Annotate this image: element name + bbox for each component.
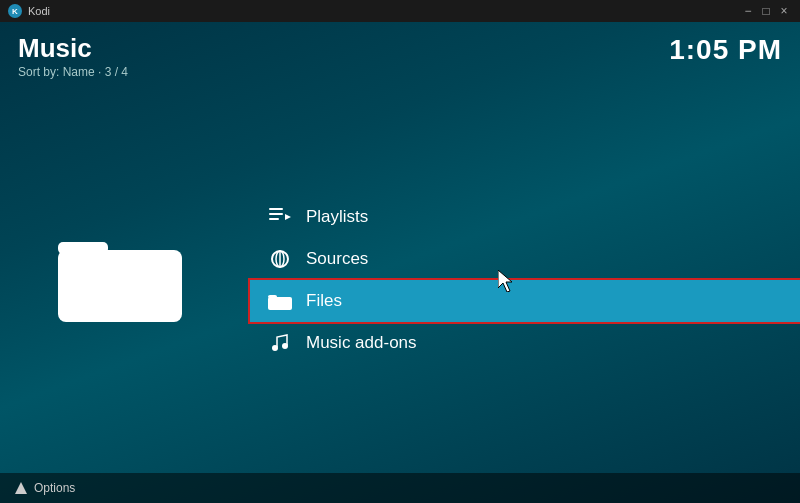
header-left: Music Sort by: Name · 3 / 4 [18, 34, 128, 79]
minimize-button[interactable]: − [740, 3, 756, 19]
svg-rect-10 [268, 297, 292, 310]
titlebar-controls: − □ × [740, 3, 792, 19]
titlebar-left: K Kodi [8, 4, 50, 18]
svg-rect-2 [269, 208, 283, 210]
page-title: Music [18, 34, 128, 63]
menu-item-music-addons[interactable]: Music add-ons [250, 322, 800, 364]
svg-marker-5 [285, 214, 291, 220]
close-button[interactable]: × [776, 3, 792, 19]
kodi-icon: K [8, 4, 22, 18]
left-panel [0, 87, 240, 503]
menu-label-music-addons: Music add-ons [306, 333, 417, 353]
maximize-button[interactable]: □ [758, 3, 774, 19]
page-subtitle: Sort by: Name · 3 / 4 [18, 65, 128, 79]
options-icon [14, 481, 28, 495]
right-panel: Playlists Sources [240, 87, 800, 503]
folder-icon [50, 220, 190, 330]
sources-icon [266, 247, 294, 271]
files-folder-icon [266, 289, 294, 313]
titlebar-app-name: Kodi [28, 5, 50, 17]
main-content: Music Sort by: Name · 3 / 4 1:05 PM [0, 22, 800, 503]
content-area: Playlists Sources [0, 87, 800, 503]
menu-item-files[interactable]: Files [250, 280, 800, 322]
options-button[interactable]: Options [14, 481, 75, 495]
menu-label-sources: Sources [306, 249, 368, 269]
playlist-icon [266, 205, 294, 229]
svg-point-12 [282, 343, 288, 349]
svg-rect-4 [269, 218, 279, 220]
menu-label-playlists: Playlists [306, 207, 368, 227]
bottom-bar: Options [0, 473, 800, 503]
svg-rect-3 [269, 213, 283, 215]
svg-rect-1 [58, 250, 182, 322]
clock: 1:05 PM [669, 34, 782, 66]
menu-item-playlists[interactable]: Playlists [250, 196, 800, 238]
music-note-icon [266, 331, 294, 355]
titlebar: K Kodi − □ × [0, 0, 800, 22]
svg-marker-13 [15, 482, 27, 494]
header: Music Sort by: Name · 3 / 4 1:05 PM [0, 22, 800, 87]
options-label: Options [34, 481, 75, 495]
menu-item-sources[interactable]: Sources [250, 238, 800, 280]
menu-label-files: Files [306, 291, 342, 311]
svg-point-11 [272, 345, 278, 351]
